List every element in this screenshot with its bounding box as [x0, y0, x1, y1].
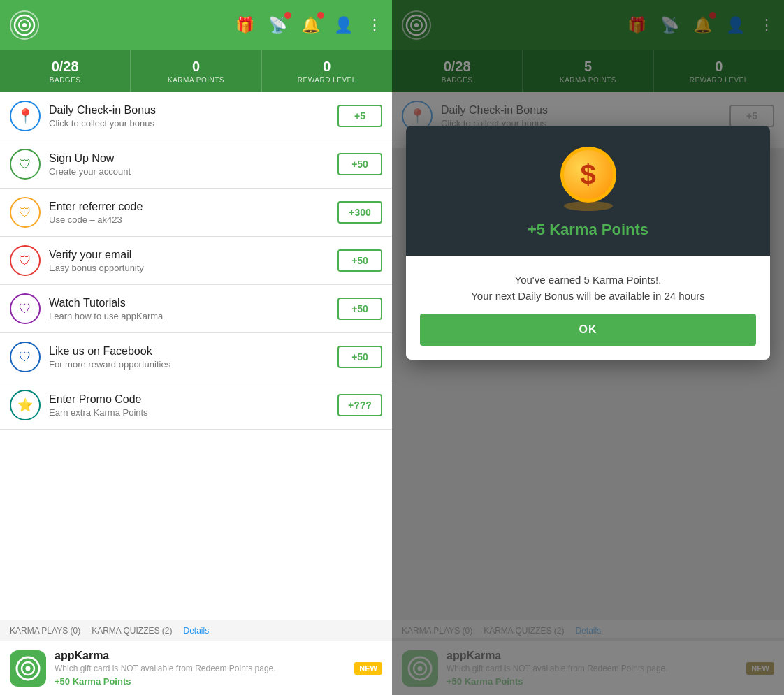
- tutorials-icon: 🛡: [10, 293, 41, 324]
- referrer-btn[interactable]: +300: [337, 201, 382, 224]
- left-more-icon[interactable]: ⋮: [367, 16, 382, 34]
- left-quiz-points: +50 Karma Points: [55, 676, 346, 687]
- right-quiz-desc: Which gift card is NOT available from Re…: [447, 664, 738, 673]
- left-quiz-desc: Which gift card is NOT available from Re…: [55, 664, 346, 673]
- modal-message: You've earned 5 Karma Points!. Your next…: [471, 272, 705, 304]
- left-stat-karma: 0 KARMA POINTS: [131, 50, 261, 92]
- svg-point-8: [414, 23, 419, 27]
- right-checkin-text: Daily Check-in Bonus Click to collect yo…: [441, 104, 721, 129]
- checkin-text: Daily Check-in Bonus Click to collect yo…: [49, 104, 329, 129]
- left-badges-label: BADGES: [50, 76, 81, 84]
- facebook-btn[interactable]: +50: [337, 346, 382, 368]
- right-tab-quizzes: KARMA QUIZZES (2): [484, 626, 564, 636]
- svg-point-11: [418, 666, 423, 671]
- left-bell-icon[interactable]: 🔔: [301, 16, 320, 34]
- referrer-icon: 🛡: [10, 197, 41, 228]
- signup-btn[interactable]: +50: [337, 153, 382, 175]
- reward-signup[interactable]: 🛡 Sign Up Now Create your account +50: [0, 140, 392, 189]
- right-signal-icon[interactable]: 📡: [660, 16, 679, 34]
- right-bell-icon[interactable]: 🔔: [693, 16, 712, 34]
- right-checkin-btn: +5: [729, 105, 774, 127]
- right-logo[interactable]: [402, 10, 431, 40]
- right-quiz-new-badge: NEW: [746, 662, 774, 675]
- reward-promo[interactable]: ⭐ Enter Promo Code Earn extra Karma Poin…: [0, 381, 392, 430]
- reward-facebook[interactable]: 🛡 Like us on Facebook For more reward op…: [0, 333, 392, 381]
- referrer-text: Enter referrer code Use code – ak423: [49, 200, 329, 225]
- verify-title: Verify your email: [49, 249, 329, 261]
- reward-daily-checkin[interactable]: 📍 Daily Check-in Bonus Click to collect …: [0, 92, 392, 140]
- svg-point-10: [414, 662, 426, 675]
- modal-msg-line1: You've earned 5 Karma Points!.: [515, 274, 662, 286]
- right-quiz-app-icon: [402, 650, 438, 687]
- right-user-icon[interactable]: 👤: [726, 16, 745, 34]
- right-more-icon[interactable]: ⋮: [759, 16, 774, 34]
- promo-title: Enter Promo Code: [49, 393, 329, 406]
- left-bottom-tabs: KARMA PLAYS (0) KARMA QUIZZES (2) Detail…: [0, 620, 392, 638]
- modal-top: $ +5 Karma Points: [406, 126, 770, 256]
- right-stat-badges: 0/28 BADGES: [392, 50, 523, 92]
- right-bell-badge: [709, 12, 716, 19]
- left-quiz-card[interactable]: appKarma Which gift card is NOT availabl…: [0, 641, 392, 695]
- left-user-icon[interactable]: 👤: [334, 16, 353, 34]
- right-karma-value: 5: [584, 59, 592, 75]
- right-checkin-title: Daily Check-in Bonus: [441, 104, 721, 117]
- left-reward-list: 📍 Daily Check-in Bonus Click to collect …: [0, 92, 392, 620]
- left-tab-quizzes[interactable]: KARMA QUIZZES (2): [92, 626, 172, 636]
- signup-icon: 🛡: [10, 149, 41, 180]
- left-karma-value: 0: [192, 59, 200, 75]
- left-signal-badge: [284, 12, 291, 19]
- coin-symbol: $: [580, 159, 595, 191]
- left-logo[interactable]: [10, 10, 39, 40]
- right-bottom-tabs: KARMA PLAYS (0) KARMA QUIZZES (2) Detail…: [392, 620, 784, 638]
- referrer-subtitle: Use code – ak423: [49, 214, 329, 225]
- referrer-title: Enter referrer code: [49, 200, 329, 213]
- tutorials-subtitle: Learn how to use appKarma: [49, 311, 329, 321]
- left-nav-icons: 🎁 📡 🔔 👤 ⋮: [235, 16, 382, 34]
- right-reward-value: 0: [715, 59, 723, 75]
- verify-btn[interactable]: +50: [337, 249, 382, 272]
- promo-btn[interactable]: +???: [337, 394, 382, 416]
- checkin-title: Daily Check-in Bonus: [49, 104, 329, 117]
- facebook-subtitle: For more reward opportunities: [49, 359, 329, 370]
- modal-ok-button[interactable]: OK: [420, 314, 756, 346]
- reward-verify-email[interactable]: 🛡 Verify your email Easy bonus opportuni…: [0, 237, 392, 285]
- left-quiz-app-icon: [10, 650, 46, 687]
- signup-text: Sign Up Now Create your account: [49, 152, 329, 177]
- checkin-icon: 📍: [10, 101, 41, 131]
- right-gift-icon[interactable]: 🎁: [627, 16, 646, 34]
- right-quiz-app-name: appKarma: [447, 650, 738, 662]
- right-nav-icons: 🎁 📡 🔔 👤 ⋮: [627, 16, 774, 34]
- left-tab-plays[interactable]: KARMA PLAYS (0): [10, 626, 80, 636]
- right-panel: 🎁 📡 🔔 👤 ⋮ 0/28 BADGES 5 KARMA POINTS 0 R…: [392, 0, 784, 695]
- reward-referrer[interactable]: 🛡 Enter referrer code Use code – ak423 +…: [0, 189, 392, 237]
- right-tab-details: Details: [576, 626, 602, 636]
- left-tab-details[interactable]: Details: [184, 626, 210, 636]
- left-reward-label: REWARD LEVEL: [298, 76, 356, 84]
- left-badges-value: 0/28: [52, 59, 79, 75]
- coin-icon: $: [557, 147, 620, 210]
- right-quiz-card: appKarma Which gift card is NOT availabl…: [392, 641, 784, 695]
- modal-karma-title: +5 Karma Points: [528, 221, 648, 239]
- left-reward-value: 0: [323, 59, 331, 75]
- right-stats-bar: 0/28 BADGES 5 KARMA POINTS 0 REWARD LEVE…: [392, 50, 784, 92]
- signup-title: Sign Up Now: [49, 152, 329, 165]
- right-stat-reward: 0 REWARD LEVEL: [654, 50, 784, 92]
- right-quiz-text: appKarma Which gift card is NOT availabl…: [447, 650, 738, 687]
- promo-text: Enter Promo Code Earn extra Karma Points: [49, 393, 329, 418]
- karma-modal: $ +5 Karma Points You've earned 5 Karma …: [406, 126, 770, 360]
- left-karma-label: KARMA POINTS: [168, 76, 224, 84]
- left-quiz-text: appKarma Which gift card is NOT availabl…: [55, 650, 346, 687]
- left-nav-bar: 🎁 📡 🔔 👤 ⋮: [0, 0, 392, 50]
- right-badges-label: BADGES: [442, 76, 473, 84]
- tutorials-text: Watch Tutorials Learn how to use appKarm…: [49, 297, 329, 321]
- left-panel: 🎁 📡 🔔 👤 ⋮ 0/28 BADGES 0 KARMA POINTS 0 R…: [0, 0, 392, 695]
- checkin-btn[interactable]: +5: [337, 105, 382, 127]
- left-gift-icon[interactable]: 🎁: [235, 16, 254, 34]
- facebook-title: Like us on Facebook: [49, 345, 329, 358]
- reward-tutorials[interactable]: 🛡 Watch Tutorials Learn how to use appKa…: [0, 285, 392, 333]
- left-signal-icon[interactable]: 📡: [268, 16, 287, 34]
- right-badges-value: 0/28: [444, 59, 471, 75]
- tutorials-btn[interactable]: +50: [337, 298, 382, 320]
- verify-icon: 🛡: [10, 245, 41, 276]
- left-quiz-app-name: appKarma: [55, 650, 346, 662]
